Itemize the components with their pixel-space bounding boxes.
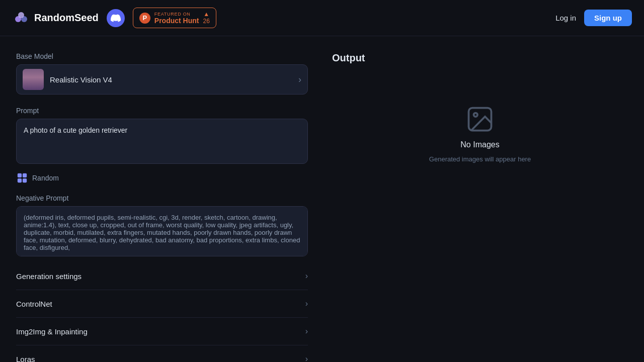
logo-icon (12, 9, 30, 27)
loras-chevron-icon: › (305, 354, 308, 362)
ph-name: Product Hunt (154, 17, 199, 25)
left-panel: Base Model Realistic Vision V4 › Prompt … (16, 52, 308, 362)
main-layout: Base Model Realistic Vision V4 › Prompt … (0, 36, 644, 362)
negative-prompt-label: Negative Prompt (16, 194, 308, 202)
random-row[interactable]: Random (16, 172, 308, 184)
svg-point-8 (474, 113, 478, 117)
ph-triangle: ▲ (203, 11, 209, 18)
discord-icon (111, 13, 121, 23)
product-hunt-icon: P (139, 13, 150, 24)
model-thumbnail (23, 69, 44, 90)
ph-count: ▲ 26 (203, 11, 209, 24)
base-model-label: Base Model (16, 52, 308, 60)
svg-rect-5 (18, 178, 22, 183)
loras-row[interactable]: Loras › (16, 345, 308, 362)
model-chevron-icon: › (298, 74, 301, 85)
loras-label: Loras (16, 355, 301, 363)
generation-settings-chevron-icon: › (305, 272, 308, 281)
prompt-label: Prompt (16, 107, 308, 115)
right-panel: Output No Images Generated images will a… (332, 52, 628, 362)
img2img-label: Img2Img & Inpainting (16, 327, 301, 336)
login-button[interactable]: Log in (547, 10, 584, 26)
prompt-input[interactable] (16, 119, 308, 164)
img2img-row[interactable]: Img2Img & Inpainting › (16, 318, 308, 345)
svg-point-2 (18, 12, 24, 18)
svg-rect-6 (23, 178, 27, 183)
random-icon (16, 172, 28, 184)
no-images-icon (465, 104, 495, 134)
logo-text: RandomSeed (34, 12, 99, 24)
discord-button[interactable] (107, 9, 125, 27)
no-images-area: No Images Generated images will appear h… (332, 104, 628, 163)
no-images-subtext: Generated images will appear here (429, 155, 531, 163)
img2img-chevron-icon: › (305, 327, 308, 336)
product-hunt-badge[interactable]: P FEATURED ON Product Hunt ▲ 26 (133, 8, 216, 28)
controlnet-row[interactable]: ControlNet › (16, 290, 308, 318)
svg-rect-3 (18, 173, 22, 177)
ph-number: 26 (203, 18, 209, 25)
generation-settings-label: Generation settings (16, 272, 301, 281)
controlnet-chevron-icon: › (305, 299, 308, 308)
header: RandomSeed P FEATURED ON Product Hunt ▲ … (0, 0, 644, 36)
logo-area: RandomSeed (12, 9, 99, 27)
model-name: Realistic Vision V4 (50, 75, 298, 84)
generation-settings-row[interactable]: Generation settings › (16, 262, 308, 290)
signup-button[interactable]: Sign up (584, 10, 632, 26)
controlnet-label: ControlNet (16, 300, 301, 308)
ph-featured-label: FEATURED ON (154, 12, 199, 17)
output-title: Output (332, 52, 628, 64)
model-selector[interactable]: Realistic Vision V4 › (16, 64, 308, 95)
svg-rect-4 (23, 173, 27, 177)
no-images-text: No Images (460, 140, 499, 149)
random-label: Random (32, 174, 59, 182)
negative-prompt-input[interactable] (16, 206, 308, 256)
product-hunt-text-area: FEATURED ON Product Hunt (154, 12, 199, 25)
